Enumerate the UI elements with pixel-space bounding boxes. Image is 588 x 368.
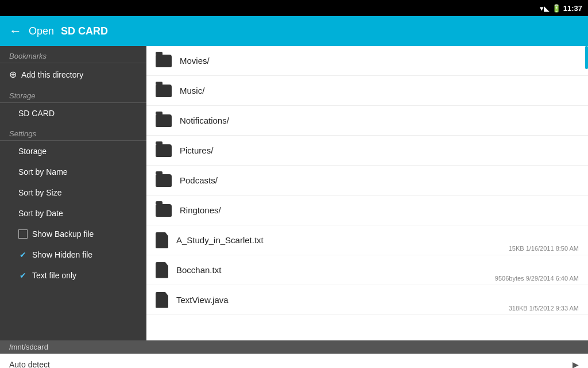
file-name: A_Study_in_Scarlet.txt	[176, 235, 579, 245]
file-item-1[interactable]: Music/	[146, 76, 588, 106]
file-doc-icon	[156, 262, 168, 278]
scrollbar-indicator	[585, 46, 588, 69]
location-label: SD CARD	[61, 25, 108, 37]
folder-icon	[156, 55, 172, 67]
auto-detect-bar[interactable]: Auto detect ▶	[0, 354, 588, 368]
file-item-2[interactable]: Notifications/	[146, 106, 588, 136]
status-bar: ▾◣ 🔋 11:37	[0, 0, 588, 16]
file-name: Pictures/	[180, 145, 579, 155]
settings-item-label-4: Show Backup file	[32, 229, 94, 239]
checkbox-6[interactable]: ✔	[18, 271, 28, 280]
checkbox-5[interactable]: ✔	[18, 250, 28, 259]
back-icon: ←	[9, 24, 22, 39]
settings-item-5[interactable]: ✔Show Hidden file	[0, 244, 146, 265]
back-button[interactable]: ←	[9, 24, 22, 39]
status-icons: ▾◣ 🔋 11:37	[540, 4, 582, 13]
file-name: Notifications/	[180, 116, 579, 125]
sidebar: Bookmarks ⊕ Add this directory Storage S…	[0, 46, 146, 340]
file-item-0[interactable]: Movies/	[146, 46, 588, 76]
dropdown-arrow-icon: ▶	[572, 360, 579, 369]
settings-item-1[interactable]: Sort by Name	[0, 162, 146, 182]
file-item-6[interactable]: A_Study_in_Scarlet.txt15KB 1/16/2011 8:5…	[146, 225, 588, 255]
folder-icon	[156, 85, 172, 97]
folder-icon	[156, 144, 172, 157]
sd-card-item[interactable]: SD CARD	[0, 103, 146, 124]
file-items-container: Movies/Music/Notifications/Pictures/Podc…	[146, 46, 588, 315]
settings-item-label-6: Text file only	[32, 271, 76, 280]
battery-icon: 🔋	[552, 4, 561, 13]
path-text: /mnt/sdcard	[9, 343, 48, 351]
checkbox-4[interactable]	[18, 229, 28, 239]
clock: 11:37	[563, 4, 582, 13]
wifi-icon: ▾◣	[540, 4, 550, 13]
add-directory-button[interactable]: ⊕ Add this directory	[0, 63, 146, 86]
file-item-3[interactable]: Pictures/	[146, 136, 588, 166]
file-item-7[interactable]: Bocchan.txt9506bytes 9/29/2014 6:40 AM	[146, 255, 588, 285]
file-name: Music/	[180, 86, 579, 95]
file-meta: 15KB 1/16/2011 8:50 AM	[509, 245, 579, 252]
auto-detect-label: Auto detect	[9, 360, 50, 369]
settings-item-label-2: Sort by Size	[18, 188, 61, 197]
file-item-5[interactable]: Ringtones/	[146, 195, 588, 225]
file-item-4[interactable]: Podcasts/	[146, 166, 588, 195]
file-name: Bocchan.txt	[176, 265, 579, 275]
bookmarks-section: Bookmarks	[0, 46, 146, 63]
settings-section: Settings	[0, 124, 146, 141]
file-doc-icon	[156, 232, 168, 248]
folder-icon	[156, 114, 172, 127]
file-item-8[interactable]: TextView.java318KB 1/5/2012 9:33 AM	[146, 285, 588, 315]
folder-icon	[156, 204, 172, 217]
settings-item-label-3: Sort by Date	[18, 209, 63, 218]
file-meta: 9506bytes 9/29/2014 6:40 AM	[495, 275, 579, 282]
file-name: Movies/	[180, 56, 579, 66]
settings-item-label-5: Show Hidden file	[32, 250, 92, 259]
settings-item-6[interactable]: ✔Text file only	[0, 265, 146, 286]
settings-item-label-0: Storage	[18, 147, 47, 156]
main-content: Bookmarks ⊕ Add this directory Storage S…	[0, 46, 588, 340]
add-directory-label: Add this directory	[21, 70, 83, 79]
folder-icon	[156, 174, 172, 187]
open-label: Open	[29, 25, 54, 37]
add-directory-icon: ⊕	[9, 69, 17, 80]
file-name: Ringtones/	[180, 205, 579, 215]
file-meta: 318KB 1/5/2012 9:33 AM	[509, 305, 579, 312]
settings-item-0[interactable]: Storage	[0, 141, 146, 162]
sd-card-label: SD CARD	[18, 109, 55, 118]
top-bar: ← Open SD CARD	[0, 16, 588, 46]
settings-item-3[interactable]: Sort by Date	[0, 203, 146, 224]
settings-item-label-1: Sort by Name	[18, 167, 68, 177]
file-list[interactable]: Movies/Music/Notifications/Pictures/Podc…	[146, 46, 588, 340]
settings-item-2[interactable]: Sort by Size	[0, 182, 146, 203]
storage-section: Storage	[0, 86, 146, 103]
file-name: Podcasts/	[180, 175, 579, 185]
file-name: TextView.java	[176, 295, 579, 305]
settings-item-4[interactable]: Show Backup file	[0, 224, 146, 244]
settings-items-container: StorageSort by NameSort by SizeSort by D…	[0, 141, 146, 286]
file-doc-icon	[156, 292, 168, 308]
path-bar: /mnt/sdcard	[0, 340, 588, 354]
